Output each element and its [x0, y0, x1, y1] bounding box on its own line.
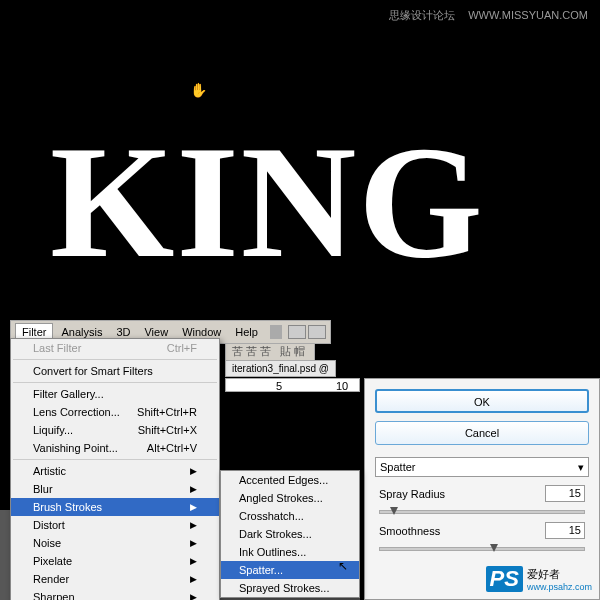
canvas-king-text: KING — [50, 110, 485, 295]
options-icons[interactable]: 苦苦苦 貼帽 — [232, 344, 308, 359]
br-icon[interactable] — [288, 325, 306, 339]
menubar-separator — [270, 325, 282, 339]
menu-item-render[interactable]: Render▶ — [11, 570, 219, 588]
chevron-down-icon: ▾ — [578, 461, 584, 474]
menu-item-pixelate[interactable]: Pixelate▶ — [11, 552, 219, 570]
chevron-right-icon: ▶ — [190, 574, 197, 584]
spray-radius-slider[interactable] — [379, 510, 585, 514]
menu-item-blur[interactable]: Blur▶ — [11, 480, 219, 498]
spray-radius-label: Spray Radius — [379, 488, 445, 500]
chevron-right-icon: ▶ — [190, 466, 197, 476]
last-filter-label: Last Filter — [33, 342, 81, 354]
watermark-top-cn: 思缘设计论坛 — [389, 9, 455, 21]
menu-separator — [13, 359, 217, 360]
smoothness-value[interactable]: 15 — [545, 522, 585, 539]
submenu-angled-strokes[interactable]: Angled Strokes... — [221, 489, 359, 507]
menu-item-vanishing-point[interactable]: Vanishing Point... Alt+Ctrl+V — [11, 439, 219, 457]
watermark-bottom-url: www.psahz.com — [527, 582, 592, 592]
chevron-right-icon: ▶ — [190, 520, 197, 530]
smoothness-row: Smoothness 15 — [375, 522, 589, 539]
spray-radius-value[interactable]: 15 — [545, 485, 585, 502]
mb-icon[interactable] — [308, 325, 326, 339]
slider-thumb-icon[interactable] — [490, 544, 498, 552]
menu-item-noise[interactable]: Noise▶ — [11, 534, 219, 552]
menu-item-sharpen[interactable]: Sharpen▶ — [11, 588, 219, 600]
watermark-bottom-cn: 爱好者 — [527, 567, 592, 582]
ruler-tick-10: 10 — [336, 380, 348, 392]
menu-item-liquify[interactable]: Liquify... Shift+Ctrl+X — [11, 421, 219, 439]
last-filter-shortcut: Ctrl+F — [167, 342, 197, 354]
submenu-sprayed-strokes[interactable]: Sprayed Strokes... — [221, 579, 359, 597]
menu-item-lens-correction[interactable]: Lens Correction... Shift+Ctrl+R — [11, 403, 219, 421]
chevron-right-icon: ▶ — [190, 484, 197, 494]
ok-button[interactable]: OK — [375, 389, 589, 413]
smoothness-label: Smoothness — [379, 525, 440, 537]
submenu-accented-edges[interactable]: Accented Edges... — [221, 471, 359, 489]
submenu-dark-strokes[interactable]: Dark Strokes... — [221, 525, 359, 543]
menu-item-artistic[interactable]: Artistic▶ — [11, 462, 219, 480]
hand-cursor-icon: ✋ — [190, 82, 207, 98]
spray-radius-row: Spray Radius 15 — [375, 485, 589, 502]
ruler-tick-5: 5 — [276, 380, 282, 392]
filter-dropdown-menu: Last Filter Ctrl+F Convert for Smart Fil… — [10, 338, 220, 600]
menu-item-convert-smart[interactable]: Convert for Smart Filters — [11, 362, 219, 380]
menu-item-brush-strokes[interactable]: Brush Strokes▶ — [11, 498, 219, 516]
filter-select-value: Spatter — [380, 461, 415, 473]
chevron-right-icon: ▶ — [190, 538, 197, 548]
chevron-right-icon: ▶ — [190, 502, 197, 512]
menu-separator — [13, 459, 217, 460]
submenu-crosshatch[interactable]: Crosshatch... — [221, 507, 359, 525]
cancel-button[interactable]: Cancel — [375, 421, 589, 445]
smoothness-slider[interactable] — [379, 547, 585, 551]
brush-strokes-submenu: Accented Edges... Angled Strokes... Cros… — [220, 470, 360, 598]
ps-logo-icon: PS — [486, 566, 523, 592]
filter-select[interactable]: Spatter ▾ — [375, 457, 589, 477]
watermark-bottom: PS 爱好者 www.psahz.com — [486, 566, 592, 592]
arrow-cursor-icon: ↖ — [338, 559, 348, 573]
menu-help[interactable]: Help — [229, 324, 264, 340]
chevron-right-icon: ▶ — [190, 592, 197, 600]
menu-separator — [13, 382, 217, 383]
menu-item-last-filter: Last Filter Ctrl+F — [11, 339, 219, 357]
watermark-top: 思缘设计论坛 WWW.MISSYUAN.COM — [389, 8, 588, 23]
chevron-right-icon: ▶ — [190, 556, 197, 566]
document-tab[interactable]: iteration3_final.psd @ — [225, 360, 336, 377]
ruler: 5 10 — [225, 378, 360, 392]
menu-item-filter-gallery[interactable]: Filter Gallery... — [11, 385, 219, 403]
watermark-top-url: WWW.MISSYUAN.COM — [468, 9, 588, 21]
slider-thumb-icon[interactable] — [390, 507, 398, 515]
menu-item-distort[interactable]: Distort▶ — [11, 516, 219, 534]
